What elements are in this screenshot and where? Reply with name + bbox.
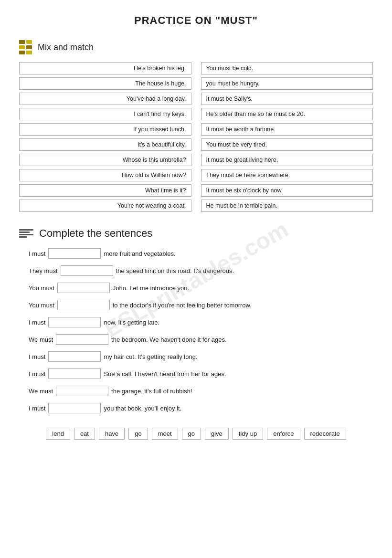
fill-input-1[interactable]	[48, 248, 101, 259]
list-item: You must be cold.	[201, 62, 373, 74]
word-tile: tidy up	[233, 428, 263, 440]
word-bank: lend eat have go meet go give tidy up en…	[19, 428, 373, 440]
complete-icon	[19, 229, 33, 238]
list-item: It must be Sally's.	[201, 93, 373, 105]
list-item: you must be hungry.	[201, 77, 373, 90]
list-item: They must be here somewhere.	[201, 169, 373, 181]
sentence-after: now, it's getting late.	[104, 319, 159, 326]
list-item: You've had a long day.	[19, 93, 191, 105]
match-grid: He's broken his leg. The house is huge. …	[19, 62, 373, 212]
list-item: He's broken his leg.	[19, 62, 191, 74]
page-title: PRACTICE ON "MUST"	[19, 14, 373, 27]
word-tile: have	[99, 428, 125, 440]
sentence-after: the speed limit on this road. It's dange…	[116, 267, 234, 274]
sentence-after: John. Let me introduce you.	[113, 284, 189, 292]
match-left-col: He's broken his leg. The house is huge. …	[19, 62, 191, 212]
sentence-before: I must	[29, 405, 45, 412]
sentence-list: I must more fruit and vegetables. They m…	[19, 248, 373, 413]
word-tile: give	[205, 428, 229, 440]
fill-input-4[interactable]	[57, 300, 110, 310]
fill-input-3[interactable]	[57, 283, 110, 293]
sentence-after: the garage, it's full of rubbish!	[111, 388, 192, 395]
fill-input-8[interactable]	[48, 368, 101, 379]
sentence-after: to the doctor's if you're not feeling be…	[113, 302, 252, 309]
sentence-after: the bedroom. We haven't done it for ages…	[111, 336, 226, 343]
list-item: Whose is this umbrella?	[19, 154, 191, 166]
sentence-row: We must the garage, it's full of rubbish…	[29, 386, 373, 396]
sentence-row: I must more fruit and vegetables.	[29, 248, 373, 259]
word-tile: enforce	[267, 428, 300, 440]
sentence-before: They must	[29, 267, 58, 274]
section1-header: Mix and match	[19, 40, 373, 54]
section2-title: Complete the sentences	[39, 227, 152, 240]
list-item: How old is William now?	[19, 169, 191, 181]
list-item: He must be in terrible pain.	[201, 200, 373, 212]
list-item: It must be worth a fortune.	[201, 123, 373, 136]
sentence-before: I must	[29, 353, 45, 360]
sentence-before: You must	[29, 284, 54, 292]
fill-input-7[interactable]	[48, 351, 101, 362]
mix-match-icon	[19, 40, 32, 54]
sentence-after: you that book, you'll enjoy it.	[104, 405, 181, 412]
sentence-row: You must John. Let me introduce you.	[29, 283, 373, 293]
sentence-before: I must	[29, 370, 45, 378]
word-tile: go	[182, 428, 201, 440]
list-item: You're not wearing a coat.	[19, 200, 191, 212]
sentence-row: I must Sue a call. I haven't heard from …	[29, 368, 373, 379]
list-item: I can't find my keys.	[19, 108, 191, 120]
list-item: It must be great living here.	[201, 154, 373, 166]
sentence-row: I must you that book, you'll enjoy it.	[29, 403, 373, 413]
mix-match-section: Mix and match He's broken his leg. The h…	[19, 40, 373, 212]
fill-input-6[interactable]	[56, 334, 108, 345]
word-tile: go	[128, 428, 148, 440]
fill-input-10[interactable]	[48, 403, 101, 413]
fill-input-5[interactable]	[48, 317, 101, 327]
sentence-after: my hair cut. It's getting really long.	[104, 353, 197, 360]
sentence-row: I must my hair cut. It's getting really …	[29, 351, 373, 362]
complete-sentences-section: Complete the sentences I must more fruit…	[19, 227, 373, 440]
sentence-after: more fruit and vegetables.	[104, 250, 175, 257]
sentence-before: I must	[29, 250, 45, 257]
list-item: It's a beautiful city.	[19, 138, 191, 151]
list-item: You must be very tired.	[201, 138, 373, 151]
word-tile: redecorate	[304, 428, 346, 440]
fill-input-9[interactable]	[56, 386, 108, 396]
list-item: It must be six o'clock by now.	[201, 184, 373, 197]
sentence-before: I must	[29, 319, 45, 326]
sentence-row: They must the speed limit on this road. …	[29, 265, 373, 276]
word-tile: meet	[152, 428, 178, 440]
sentence-after: Sue a call. I haven't heard from her for…	[104, 370, 226, 378]
fill-input-2[interactable]	[61, 265, 113, 276]
match-right-col: You must be cold. you must be hungry. It…	[201, 62, 373, 212]
word-tile: eat	[74, 428, 95, 440]
sentence-before: We must	[29, 336, 53, 343]
list-item: He's older than me so he must be 20.	[201, 108, 373, 120]
section1-title: Mix and match	[38, 42, 94, 53]
sentence-row: You must to the doctor's if you're not f…	[29, 300, 373, 310]
sentence-before: You must	[29, 302, 54, 309]
sentence-row: We must the bedroom. We haven't done it …	[29, 334, 373, 345]
section2-header: Complete the sentences	[19, 227, 373, 240]
list-item: The house is huge.	[19, 77, 191, 90]
word-tile: lend	[46, 428, 70, 440]
sentence-before: We must	[29, 388, 53, 395]
list-item: If you missed lunch,	[19, 123, 191, 136]
list-item: What time is it?	[19, 184, 191, 197]
sentence-row: I must now, it's getting late.	[29, 317, 373, 327]
